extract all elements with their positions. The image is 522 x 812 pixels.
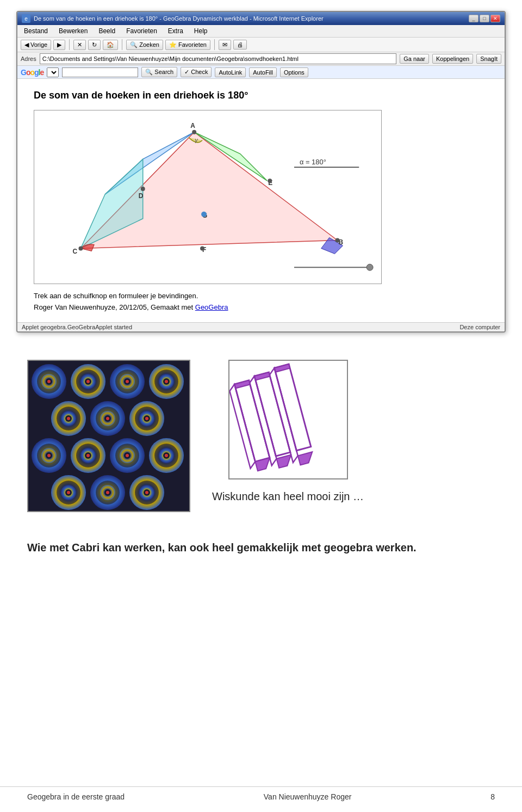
geogebra-svg: α = 180° A B C D E F G γ: [34, 110, 381, 284]
page-title: De som van de hoeken in een driehoek is …: [34, 90, 488, 101]
page-credit: Roger Van Nieuwenhuyze, 20/12/05, Gemaak…: [34, 303, 488, 311]
address-input[interactable]: [40, 53, 397, 64]
navigation-toolbar: ◀ Vorige ▶ ✕ ↻ 🏠 🔍 Zoeken ⭐ Favorieten ✉…: [17, 38, 505, 52]
svg-point-81: [47, 380, 51, 383]
menu-favorieten[interactable]: Favorieten: [124, 26, 159, 36]
svg-point-23: [366, 264, 373, 270]
separator-2: [122, 39, 122, 50]
svg-point-19: [268, 179, 272, 183]
mail-button[interactable]: ✉: [219, 40, 231, 50]
print-button[interactable]: 🖨: [233, 40, 247, 50]
autolink-button[interactable]: AutoLink: [215, 67, 246, 77]
separator-1: [69, 39, 70, 50]
menu-bewerken[interactable]: Bewerken: [57, 26, 90, 36]
svg-point-88: [47, 454, 51, 457]
svg-point-89: [86, 454, 90, 457]
footer-left: Geogebra in de eerste graad: [27, 792, 125, 801]
svg-point-82: [86, 380, 90, 383]
svg-point-91: [165, 454, 168, 457]
address-bar: Adres Ga naar Koppelingen SnagIt: [17, 52, 505, 66]
close-button[interactable]: ✕: [490, 15, 500, 22]
back-arrow-icon: ◀: [24, 41, 29, 48]
go-button[interactable]: Ga naar: [400, 54, 429, 64]
search-button[interactable]: 🔍 Zoeken: [126, 40, 163, 50]
menu-bestand[interactable]: Bestand: [22, 26, 50, 36]
bottom-text-section: Wie met Cabri kan werken, kan ook heel g…: [0, 528, 522, 572]
svg-point-18: [141, 187, 145, 191]
svg-point-15: [192, 130, 196, 134]
svg-point-87: [145, 417, 148, 420]
favorites-button[interactable]: ⭐ Favorieten: [165, 40, 210, 50]
options-button[interactable]: Options: [280, 67, 308, 77]
koppelingen-button[interactable]: Koppelingen: [432, 54, 473, 64]
google-toolbar: Google 🔍 Search ✓ Check AutoLink AutoFil…: [17, 66, 505, 79]
title-bar: e De som van de hoeken in een driehoek i…: [17, 12, 505, 25]
menu-help[interactable]: Help: [192, 26, 210, 36]
geogebra-diagram: α = 180° A B C D E F G γ: [34, 110, 382, 284]
footer-right: 8: [490, 792, 495, 801]
autofill-button[interactable]: AutoFill: [249, 67, 277, 77]
right-images-container: Wiskunde kan heel mooi zijn …: [212, 360, 364, 503]
svg-point-85: [67, 417, 70, 420]
separator-3: [214, 39, 215, 50]
pencils-image: [228, 360, 348, 479]
refresh-button[interactable]: ↻: [88, 40, 101, 50]
google-search-input[interactable]: [62, 67, 138, 77]
svg-point-16: [335, 238, 340, 243]
svg-text:D: D: [139, 192, 144, 200]
svg-point-93: [106, 491, 109, 494]
back-label: Vorige: [30, 41, 47, 48]
pencils-svg: [229, 361, 347, 478]
browser-window: e De som van de hoeken in een driehoek i…: [16, 11, 506, 333]
minimize-button[interactable]: _: [469, 15, 478, 22]
back-button[interactable]: ◀ Vorige: [21, 40, 51, 50]
browser-title: De som van de hoeken in een driehoek is …: [34, 15, 324, 22]
svg-point-86: [106, 417, 109, 420]
svg-point-84: [165, 380, 168, 383]
bottom-paragraph: Wie met Cabri kan werken, kan ook heel g…: [27, 539, 495, 556]
illusion-svg: [28, 361, 190, 512]
svg-text:A: A: [190, 122, 195, 130]
svg-point-94: [145, 491, 148, 494]
maximize-button[interactable]: □: [480, 15, 489, 22]
svg-text:γ: γ: [195, 137, 198, 143]
svg-point-90: [126, 454, 129, 457]
svg-point-83: [126, 380, 129, 383]
google-dropdown[interactable]: [47, 67, 59, 77]
footer-center: Van Nieuwenhuyze Roger: [264, 792, 352, 801]
svg-point-20: [200, 246, 204, 250]
page-footer: Geogebra in de eerste graad Van Nieuwenh…: [0, 786, 522, 801]
status-right: Deze computer: [459, 324, 500, 330]
menu-extra[interactable]: Extra: [166, 26, 185, 36]
page-instruction: Trek aan de schuifknop en formuleer je b…: [34, 292, 488, 300]
credit-text: Roger Van Nieuwenhuyze, 20/12/05, Gemaak…: [34, 303, 193, 311]
bottom-images-section: Wiskunde kan heel mooi zijn …: [0, 343, 522, 528]
google-logo: Google: [21, 68, 44, 77]
geogebra-link[interactable]: GeoGebra: [195, 303, 228, 311]
window-controls: _ □ ✕: [469, 15, 500, 22]
snagit-button[interactable]: SnagIt: [476, 54, 501, 64]
svg-text:C: C: [73, 248, 78, 255]
status-bar: Applet geogebra.GeoGebraApplet started D…: [17, 322, 505, 331]
page-content: De som van de hoeken in een driehoek is …: [17, 79, 505, 322]
address-label: Adres: [21, 56, 36, 62]
title-bar-left: e De som van de hoeken in een driehoek i…: [22, 14, 324, 23]
forward-button[interactable]: ▶: [53, 40, 65, 50]
ie-icon: e: [22, 14, 30, 23]
svg-point-21: [201, 212, 207, 217]
stop-button[interactable]: ✕: [73, 40, 86, 50]
home-button[interactable]: 🏠: [103, 40, 118, 50]
caption-text: Wiskunde kan heel mooi zijn …: [212, 490, 364, 503]
status-left: Applet geogebra.GeoGebraApplet started: [22, 324, 132, 330]
google-search-button[interactable]: 🔍 Search: [141, 67, 177, 77]
menu-bar: Bestand Bewerken Beeld Favorieten Extra …: [17, 25, 505, 38]
svg-point-92: [67, 491, 70, 494]
menu-beeld[interactable]: Beeld: [96, 26, 117, 36]
optical-illusion-image: [27, 360, 190, 512]
check-button[interactable]: ✓ Check: [181, 67, 212, 77]
svg-text:α = 180°: α = 180°: [300, 158, 326, 166]
svg-point-17: [78, 246, 83, 250]
